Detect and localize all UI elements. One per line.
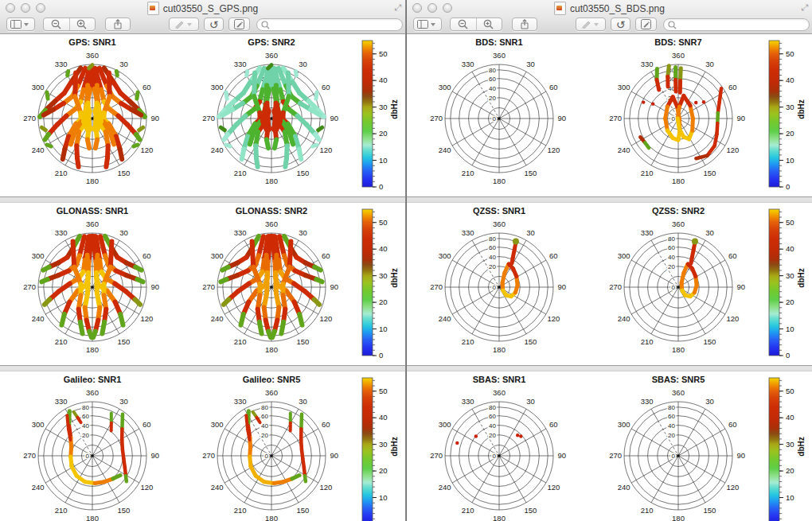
search-input[interactable] [677, 19, 793, 30]
search-input[interactable] [270, 19, 386, 30]
svg-text:40: 40 [489, 254, 496, 261]
svg-text:40: 40 [379, 413, 388, 422]
svg-text:120: 120 [319, 483, 332, 492]
svg-text:10: 10 [379, 325, 388, 333]
svg-text:0: 0 [379, 182, 383, 191]
search-field[interactable] [256, 18, 403, 31]
zoom-in-button[interactable] [477, 19, 502, 29]
zoom-in-button[interactable] [70, 19, 96, 29]
svg-text:330: 330 [234, 228, 247, 237]
marker-button[interactable] [576, 17, 606, 31]
svg-text:20: 20 [82, 432, 89, 439]
sky-plot-sbs_snr5: 3603060901201501802102402703003300204060… [609, 375, 745, 521]
svg-text:360: 360 [265, 220, 278, 228]
svg-text:180: 180 [672, 345, 685, 354]
marker-icon [174, 20, 185, 29]
svg-text:120: 120 [726, 146, 739, 154]
svg-text:40: 40 [379, 244, 388, 253]
colorbar: 01020304050dbHz [362, 209, 399, 360]
share-button[interactable] [512, 17, 537, 31]
row-separator [407, 196, 812, 203]
zoom-window-button[interactable] [443, 3, 452, 13]
svg-text:120: 120 [319, 314, 332, 323]
sky-plot-gps_snr1: 3603060901201501802102402703003300204060… [23, 37, 159, 185]
svg-text:240: 240 [32, 146, 45, 154]
svg-text:30: 30 [379, 440, 388, 449]
svg-text:210: 210 [55, 337, 68, 346]
edit-icon [234, 19, 244, 29]
svg-text:20: 20 [489, 263, 496, 270]
titlebar[interactable]: cut03550_S_GPS.png ⤢ [0, 0, 405, 17]
marker-button[interactable] [169, 17, 199, 31]
svg-text:300: 300 [211, 83, 224, 91]
edit-button[interactable] [635, 17, 657, 31]
zoom-out-button[interactable] [451, 19, 476, 29]
svg-text:20: 20 [379, 129, 388, 138]
svg-text:90: 90 [330, 451, 339, 460]
svg-text:30: 30 [379, 103, 388, 111]
svg-text:180: 180 [86, 177, 99, 185]
svg-text:30: 30 [786, 271, 794, 280]
document-icon [147, 2, 159, 15]
share-button[interactable] [105, 17, 131, 31]
svg-text:180: 180 [672, 514, 685, 521]
svg-text:360: 360 [86, 220, 99, 228]
svg-text:dbHz: dbHz [390, 99, 399, 119]
svg-text:20: 20 [668, 432, 675, 439]
search-field[interactable] [663, 18, 810, 31]
svg-text:90: 90 [737, 451, 746, 460]
svg-text:SBAS: SNR1: SBAS: SNR1 [473, 375, 526, 384]
svg-text:270: 270 [609, 114, 622, 122]
colorbar: 01020304050dbHz [362, 378, 399, 521]
svg-text:360: 360 [86, 388, 99, 397]
svg-text:180: 180 [493, 177, 506, 185]
svg-text:120: 120 [726, 483, 739, 492]
svg-text:GPS: SNR1: GPS: SNR1 [68, 37, 115, 47]
svg-text:90: 90 [558, 451, 567, 460]
svg-text:120: 120 [547, 146, 560, 154]
sidebar-button[interactable] [413, 17, 442, 31]
svg-text:270: 270 [430, 451, 443, 460]
svg-text:120: 120 [140, 314, 153, 323]
svg-text:50: 50 [786, 218, 794, 227]
svg-text:10: 10 [786, 493, 794, 502]
svg-text:80: 80 [82, 404, 89, 411]
zoom-window-button[interactable] [36, 3, 45, 13]
image-row: 3603060901201501802102402703003300204060… [407, 371, 812, 521]
svg-text:BDS: SNR1: BDS: SNR1 [475, 37, 522, 47]
svg-text:210: 210 [462, 506, 474, 515]
minimize-button[interactable] [427, 3, 437, 13]
svg-text:80: 80 [668, 235, 675, 243]
rotate-left-button[interactable]: ↺ [204, 17, 224, 31]
edit-button[interactable] [228, 17, 250, 31]
window-chrome: cut03550_S_BDS.png ⤢ [407, 0, 812, 34]
svg-text:180: 180 [86, 345, 99, 354]
window-title: cut03550_S_BDS.png [570, 3, 665, 14]
svg-text:240: 240 [211, 314, 224, 323]
svg-text:30: 30 [299, 60, 307, 68]
minimize-button[interactable] [21, 3, 30, 13]
fullscreen-icon[interactable]: ⤢ [801, 2, 808, 13]
svg-text:330: 330 [641, 60, 654, 68]
image-row: 3603060901201501802102402703003300204060… [407, 203, 812, 365]
colorbar: 01020304050dbHz [769, 209, 806, 360]
row-separator [0, 196, 405, 203]
sidebar-button[interactable] [6, 17, 35, 31]
rotate-left-icon: ↺ [616, 19, 626, 30]
zoom-out-button[interactable] [44, 19, 69, 29]
svg-text:90: 90 [737, 114, 746, 122]
fullscreen-icon[interactable]: ⤢ [394, 2, 401, 13]
rotate-left-button[interactable]: ↺ [611, 17, 630, 31]
svg-text:Galileo: SNR1: Galileo: SNR1 [64, 375, 122, 384]
titlebar[interactable]: cut03550_S_BDS.png ⤢ [407, 0, 812, 17]
svg-text:40: 40 [786, 244, 794, 253]
close-button[interactable] [412, 3, 422, 13]
svg-text:30: 30 [526, 60, 535, 68]
svg-text:330: 330 [462, 397, 474, 406]
chevron-down-icon [24, 23, 29, 26]
close-button[interactable] [6, 3, 15, 13]
svg-text:60: 60 [82, 413, 89, 420]
row-separator [0, 365, 405, 371]
svg-text:240: 240 [439, 146, 451, 154]
svg-text:60: 60 [489, 76, 496, 83]
